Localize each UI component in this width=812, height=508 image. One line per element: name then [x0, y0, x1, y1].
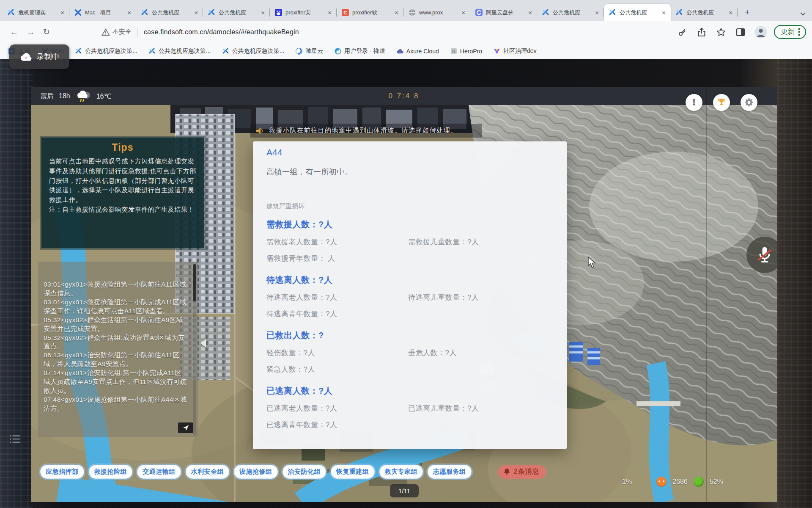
dept-reconstruction[interactable]: 恢复重建组 [331, 465, 375, 479]
new-tab-button[interactable]: + [741, 6, 754, 19]
dept-emergency-command[interactable]: 应急指挥部 [40, 465, 84, 479]
close-icon[interactable]: × [727, 9, 734, 16]
tab-proxiffer[interactable]: proxiffer安 × [270, 4, 337, 21]
elapsed-timer: 0 7:4 8 [31, 92, 777, 100]
close-icon[interactable]: × [594, 9, 600, 16]
log-collapse-arrow[interactable] [200, 339, 206, 348]
tab-public-crisis-1[interactable]: 公共危机应 × [136, 4, 203, 21]
game-viewport: 震后 18h 16℃ 0 7:4 8 ! [31, 87, 777, 502]
wallpaper-city-right [777, 59, 812, 508]
dept-water-safety[interactable]: 水利安全组 [186, 465, 230, 479]
dept-disaster-experts[interactable]: 救灾专家组 [379, 465, 423, 479]
close-icon[interactable]: × [393, 9, 400, 16]
kebab-menu-icon [798, 28, 800, 36]
tab-title: 公共危机应 [553, 9, 590, 17]
aliyun-drive-logo-icon [475, 9, 483, 16]
close-icon[interactable]: × [260, 9, 266, 16]
stat-row: 待逃离老人数量：?人 待逃离儿童数量：?人 [266, 293, 554, 302]
settings-button[interactable] [741, 94, 757, 111]
url-text: case.findsoft.com.cn/damocles/#/earthqua… [144, 28, 299, 36]
stat-cell [408, 309, 554, 319]
bookmark-label: 社区治理dev [503, 47, 537, 55]
tab-www-prox[interactable]: www.prox × [403, 4, 470, 21]
bookmark-heropro[interactable]: H HeroPro [450, 48, 482, 55]
close-icon[interactable]: × [326, 9, 333, 16]
dept-security[interactable]: 治安防化组 [283, 465, 326, 479]
log-entry: 06:13<gyx01>治安防化组第一小队前往A11区域，将人员疏散至A9安置点… [44, 351, 188, 369]
page-background: 震后 18h 16℃ 0 7:4 8 ! [0, 59, 812, 508]
close-icon[interactable]: × [460, 9, 466, 16]
side-menu-icon[interactable] [9, 434, 20, 444]
tab-mac-project[interactable]: Mac - 项目 × [69, 4, 136, 21]
forward-button[interactable]: → [27, 28, 35, 37]
log-entry: 05:32<gyx02>群众生活组第一小队前往A9区域安置并已完成安置。 [44, 316, 188, 334]
tab-public-crisis-3[interactable]: 公共危机应 × [537, 4, 604, 21]
security-label: 不安全 [112, 28, 132, 36]
square-logo-icon: H [450, 48, 457, 55]
department-button-row: 应急指挥部 救援抢险组 交通运输组 水利安全组 设施抢修组 治安防化组 恢复重建… [40, 465, 546, 479]
log-scrollbar-thumb[interactable] [193, 264, 196, 301]
stat-cell: 需救援儿童数量：?人 [408, 237, 554, 247]
speaker-icon [255, 127, 265, 135]
achievements-button[interactable] [713, 94, 730, 111]
bookmark-label: 公共危机应急决策... [159, 47, 211, 55]
log-send-button[interactable] [178, 422, 193, 433]
bookmark-label: 喰星云 [305, 47, 323, 55]
close-icon[interactable]: × [193, 9, 199, 16]
stat-cell: 已逃离儿童数量：?人 [408, 403, 554, 413]
reload-button[interactable]: ↻ [43, 27, 50, 37]
page-indicator[interactable]: 1/11 [390, 484, 419, 497]
stat-row: 需救援青年数量： 人 [266, 254, 554, 263]
tab-proxifier[interactable]: C proxifier软 × [337, 4, 403, 21]
password-key-icon[interactable] [677, 27, 687, 37]
stat-cell: 轻伤数量：?人 [266, 348, 408, 358]
recording-label: 录制中 [37, 52, 60, 62]
bookmark-crisis-1[interactable]: 公共危机应急决策... [75, 47, 137, 55]
messages-badge[interactable]: 2条消息 [498, 465, 546, 479]
corner-buttons: ! [686, 94, 757, 111]
address-bar[interactable]: 不安全 case.findsoft.com.cn/damocles/#/eart… [102, 28, 299, 37]
back-button[interactable]: ← [10, 28, 18, 37]
event-alert-banner[interactable]: 救援小队在前往目的地途中遇到山体滑坡。请选择如何处理。 [250, 124, 482, 138]
tab-public-crisis-active[interactable]: 公共危机应 × [604, 4, 671, 21]
stat-cell: 待逃离青年数量：?人 [266, 309, 408, 319]
event-log-panel[interactable]: 03:01<gyx01>救援抢险组第一小队前往A11区域探查信息。 03:01<… [38, 262, 198, 437]
bookmark-crisis-2[interactable]: 公共危机应急决策... [149, 47, 211, 55]
tab-crisis-management[interactable]: 危机管理实 × [3, 4, 69, 21]
stat-cell: 需救援老人数量：?人 [266, 237, 408, 247]
dept-facility-repair[interactable]: 设施抢修组 [234, 465, 278, 479]
stat-row: 轻伤数量：?人 垂危人数：?人 [266, 348, 554, 358]
tab-public-crisis-4[interactable]: 公共危机应 × [671, 4, 738, 21]
dept-transport[interactable]: 交通运输组 [137, 465, 181, 479]
bookmark-canxingyun[interactable]: 喰星云 [296, 47, 323, 55]
stat-cell [408, 254, 554, 263]
bookmark-crisis-3[interactable]: 公共危机应急决策... [222, 47, 285, 55]
close-icon[interactable]: × [59, 9, 66, 16]
bookmark-axure-cloud[interactable]: Axure Cloud [397, 48, 439, 55]
close-icon[interactable]: × [126, 9, 132, 16]
damocles-logo-icon [149, 48, 156, 55]
tab-public-crisis-2[interactable]: 公共危机应 × [203, 4, 270, 21]
close-icon[interactable]: × [527, 9, 533, 16]
tab-overflow-chevron-icon[interactable] [800, 10, 805, 15]
cloud-recording-icon [19, 52, 33, 61]
tab-title: 公共危机应 [219, 9, 256, 17]
close-icon[interactable]: × [661, 9, 667, 16]
x-logo-icon [74, 9, 82, 16]
tab-title: 阿里云盘分 [486, 9, 524, 17]
share-icon[interactable] [697, 27, 707, 37]
bookmark-community-dev[interactable]: 社区治理dev [494, 47, 537, 55]
bookmark-zentao-login[interactable]: 用户登录 - 禅道 [335, 47, 385, 55]
events-alert-button[interactable]: ! [686, 94, 702, 111]
profile-avatar[interactable] [754, 26, 767, 39]
sidebar-toggle-icon[interactable] [735, 27, 746, 37]
dept-volunteers[interactable]: 志愿服务组 [428, 465, 472, 479]
building-status: 建筑严重损坏 [266, 202, 554, 210]
omnibox-divider [137, 28, 138, 37]
tab-aliyun-drive[interactable]: 阿里云盘分 × [470, 4, 537, 21]
stat-row: 待逃离青年数量：?人 [266, 309, 554, 319]
chrome-update-button[interactable]: 更新 [774, 25, 806, 39]
dept-rescue[interactable]: 救援抢险组 [89, 465, 133, 479]
bookmark-star-icon[interactable] [716, 27, 726, 37]
recording-indicator[interactable]: 录制中 [9, 44, 69, 69]
